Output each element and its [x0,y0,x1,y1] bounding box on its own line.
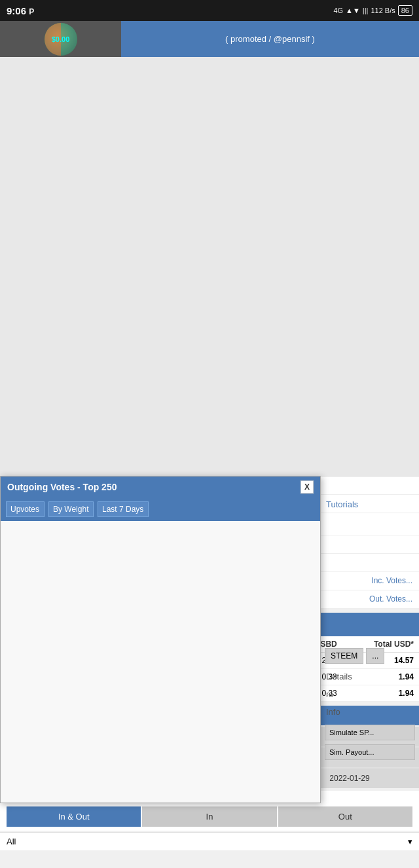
sim-payout-button[interactable]: Sim. Payout... [325,744,415,760]
signal-4g-icon: 4G [333,7,343,14]
all-dropdown[interactable]: All ▾ [0,832,419,850]
promoted-info: ( promoted / @pennsif ) [121,34,419,44]
status-icons: 4G ▲▼ ||| 112 B/s 86 [333,5,412,16]
modal-body [1,521,320,803]
status-bar: 9:06 P 4G ▲▼ ||| 112 B/s 86 [0,0,419,21]
modal-header: Outgoing Votes - Top 250 X [1,477,320,497]
vote-type-select[interactable]: Upvotes [6,501,45,517]
steem-button[interactable]: STEEM [325,648,363,664]
sort-by-select[interactable]: By Weight [48,501,94,517]
filter-buttons: In & Out In Out [7,806,412,827]
modal-close-button[interactable]: X [301,480,314,494]
tutorials-link[interactable]: Tutorials [321,496,419,513]
info-link[interactable]: Info [321,703,419,721]
balance-value: $0.00 [52,35,70,43]
simulate-sp-button[interactable]: Simulate SP... [325,725,415,740]
filter-in-out-button[interactable]: In & Out [7,806,141,827]
signal-bars-icon: ▲▼ [346,7,360,14]
speed-icon: 112 B/s [371,7,395,14]
chevron-down-icon: ▾ [408,837,412,846]
filter-out-button[interactable]: Out [278,806,412,827]
status-time: 9:06 P [7,5,34,16]
modal-filters: Upvotes By Weight Last 7 Days [1,497,320,521]
filter-in-button[interactable]: In [142,806,276,827]
modal-title: Outgoing Votes - Top 250 [7,482,117,492]
top-bar: $0.00 ( promoted / @pennsif ) [0,21,419,57]
rs-link[interactable]: rs [321,685,419,703]
steem-controls: STEEM ... [321,644,419,668]
more-button[interactable]: ... [366,648,384,664]
period-select[interactable]: Last 7 Days [98,501,149,517]
balance-area: $0.00 [0,21,121,57]
battery-icon: 86 [398,5,412,16]
network-icon: ||| [363,7,369,14]
details-link[interactable]: Details [321,668,419,685]
outgoing-votes-modal: Outgoing Votes - Top 250 X Upvotes By We… [0,476,321,803]
all-label: All [7,837,16,846]
simulate-buttons: Simulate SP... Sim. Payout... [321,721,419,764]
right-panel: Tutorials STEEM ... Details rs Info Simu… [321,476,419,764]
